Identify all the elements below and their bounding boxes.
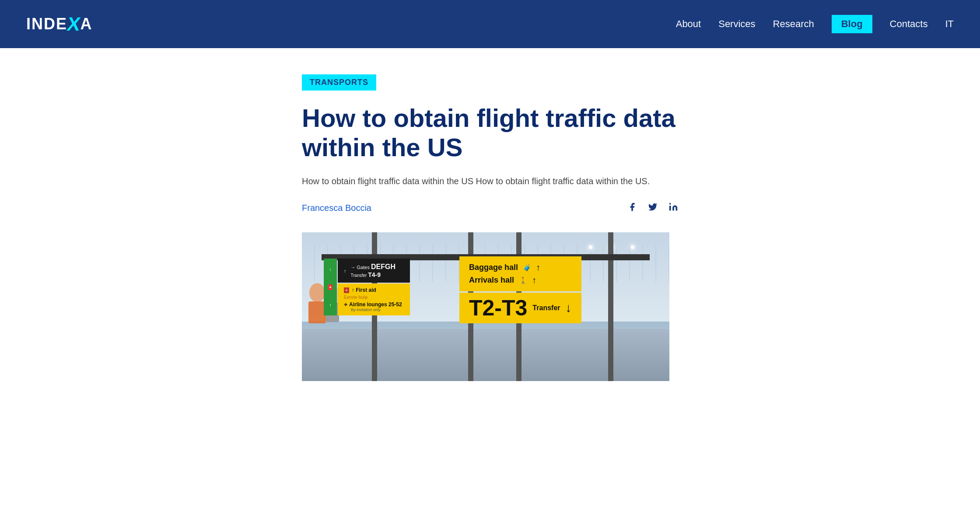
svg-point-2 (309, 283, 325, 302)
logo[interactable]: INDE X A (26, 14, 92, 34)
left-sign-cluster: ↑ + ↑ ↑ → Gates DEFGH Transfer T4-9 (324, 259, 410, 315)
right-sign-cluster: Baggage hall 🧳 ↑ Arrivals hall 🚶 ↑ T2-T3… (459, 256, 581, 323)
article-title: How to obtain flight traffic data within… (302, 104, 678, 162)
svg-point-1 (669, 203, 671, 205)
article-meta: Francesca Boccia (302, 201, 678, 215)
logo-x: X (66, 14, 82, 34)
services-sign: + ↑ First aid Eerste hulp ✈ Airline loun… (338, 284, 410, 315)
ceiling-light-1 (589, 245, 592, 249)
article-excerpt: How to obtain flight traffic data within… (302, 174, 678, 188)
article-main: TRANSPORTS How to obtain flight traffic … (293, 48, 687, 381)
hall-sign: Baggage hall 🧳 ↑ Arrivals hall 🚶 ↑ (459, 256, 581, 291)
nav-contacts[interactable]: Contacts (890, 18, 928, 30)
nav-services[interactable]: Services (718, 18, 755, 30)
site-header: INDE X A About Services Research Blog Co… (0, 0, 980, 48)
floor (302, 329, 669, 381)
social-share (627, 201, 678, 215)
twitter-icon[interactable] (648, 201, 658, 215)
logo-prefix: INDE (26, 15, 67, 33)
nav-about[interactable]: About (676, 18, 701, 30)
svg-rect-0 (669, 206, 671, 211)
nav-it[interactable]: IT (945, 18, 954, 30)
nav-blog[interactable]: Blog (832, 15, 872, 33)
linkedin-icon[interactable] (668, 201, 678, 215)
article-image: ↑ + ↑ ↑ → Gates DEFGH Transfer T4-9 (302, 232, 669, 381)
logo-suffix: A (80, 15, 92, 33)
main-nav: About Services Research Blog Contacts IT (676, 15, 954, 33)
ceiling-light-3 (631, 245, 634, 249)
category-badge[interactable]: TRANSPORTS (302, 74, 376, 91)
airport-scene: ↑ + ↑ ↑ → Gates DEFGH Transfer T4-9 (302, 232, 669, 381)
facebook-icon[interactable] (627, 201, 637, 215)
gate-sign: ↑ → Gates DEFGH Transfer T4-9 (338, 259, 410, 283)
author-link[interactable]: Francesca Boccia (302, 203, 371, 213)
svg-rect-3 (308, 301, 326, 323)
nav-research[interactable]: Research (773, 18, 814, 30)
terminal-sign: T2-T3 Transfer ↓ (459, 293, 581, 323)
